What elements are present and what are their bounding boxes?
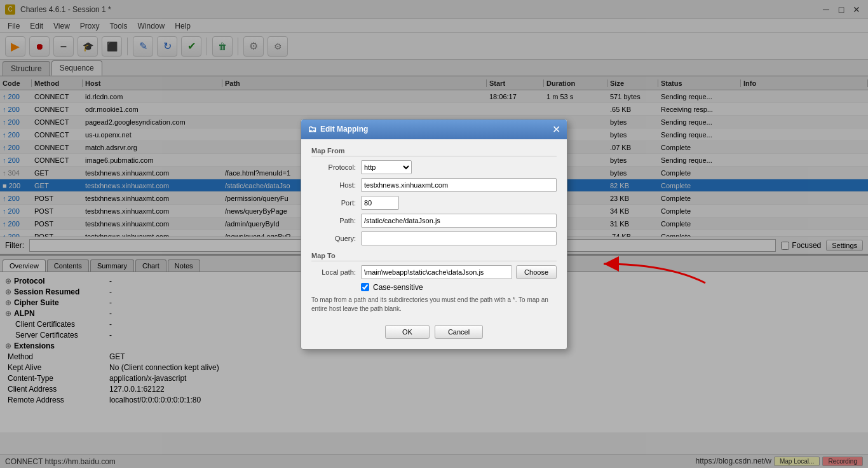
modal-overlay: 🗂 Edit Mapping ✕ Map From Protocol: http… <box>0 0 868 468</box>
protocol-row: Protocol: http https ftp <box>311 160 557 174</box>
modal-close-button[interactable]: ✕ <box>552 123 560 135</box>
modal-body: Map From Protocol: http https ftp Host: … <box>301 139 567 349</box>
case-sensitive-checkbox[interactable] <box>361 283 369 291</box>
info-text: To map from a path and its subdirectorie… <box>311 296 557 313</box>
port-row: Port: <box>311 196 557 210</box>
case-sensitive-label: Case-sensitive <box>373 283 423 292</box>
modal-buttons: OK Cancel <box>311 320 557 341</box>
cancel-button[interactable]: Cancel <box>435 325 483 339</box>
protocol-select[interactable]: http https ftp <box>361 160 412 174</box>
host-row: Host: <box>311 178 557 192</box>
ok-button[interactable]: OK <box>385 325 430 339</box>
port-label: Port: <box>311 199 356 207</box>
choose-button[interactable]: Choose <box>516 265 557 279</box>
local-path-label: Local path: <box>311 268 356 276</box>
map-from-label: Map From <box>311 147 557 156</box>
case-sensitive-row: Case-sensitive <box>311 283 557 292</box>
path-row: Path: <box>311 214 557 228</box>
local-path-input[interactable] <box>361 265 512 279</box>
path-input[interactable] <box>361 214 557 228</box>
map-to-label: Map To <box>311 252 557 261</box>
local-path-row: Local path: Choose <box>311 265 557 279</box>
modal-icon: 🗂 <box>308 124 316 134</box>
host-input[interactable] <box>361 178 557 192</box>
query-row: Query: <box>311 231 557 245</box>
modal-title: Edit Mapping <box>320 125 368 134</box>
edit-mapping-dialog: 🗂 Edit Mapping ✕ Map From Protocol: http… <box>301 119 567 350</box>
query-label: Query: <box>311 235 356 242</box>
path-label: Path: <box>311 217 356 224</box>
port-input[interactable] <box>361 196 399 210</box>
modal-title-bar: 🗂 Edit Mapping ✕ <box>301 120 567 139</box>
protocol-label: Protocol: <box>311 163 356 171</box>
host-label: Host: <box>311 181 356 189</box>
query-input[interactable] <box>361 231 557 245</box>
